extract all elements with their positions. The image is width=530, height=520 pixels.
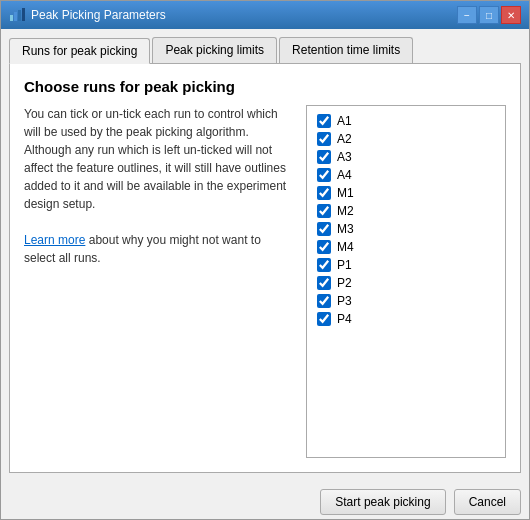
run-label-A1: A1 <box>337 114 352 128</box>
tab-runs[interactable]: Runs for peak picking <box>9 38 150 64</box>
title-bar: Peak Picking Parameters − □ ✕ <box>1 1 529 29</box>
tab-bar: Runs for peak picking Peak picking limit… <box>9 37 521 64</box>
run-checkbox-M4[interactable] <box>317 240 331 254</box>
section-title: Choose runs for peak picking <box>24 78 506 95</box>
cancel-button[interactable]: Cancel <box>454 489 521 515</box>
description-text1: You can tick or un-tick each run to cont… <box>24 107 286 211</box>
run-item: A1 <box>313 112 499 130</box>
run-item: M3 <box>313 220 499 238</box>
run-item: A2 <box>313 130 499 148</box>
run-item: P3 <box>313 292 499 310</box>
run-label-M2: M2 <box>337 204 354 218</box>
run-checkbox-P4[interactable] <box>317 312 331 326</box>
svg-rect-0 <box>10 15 13 21</box>
run-checkbox-M1[interactable] <box>317 186 331 200</box>
run-item: P2 <box>313 274 499 292</box>
run-item: A3 <box>313 148 499 166</box>
run-checkbox-P3[interactable] <box>317 294 331 308</box>
tab-peak-picking-limits[interactable]: Peak picking limits <box>152 37 277 63</box>
tab-content: Choose runs for peak picking You can tic… <box>9 64 521 473</box>
run-checkbox-A1[interactable] <box>317 114 331 128</box>
tab-retention-time-limits[interactable]: Retention time limits <box>279 37 413 63</box>
run-label-M4: M4 <box>337 240 354 254</box>
run-checkbox-P2[interactable] <box>317 276 331 290</box>
start-peak-picking-button[interactable]: Start peak picking <box>320 489 445 515</box>
run-item: A4 <box>313 166 499 184</box>
main-window: Peak Picking Parameters − □ ✕ Runs for p… <box>0 0 530 520</box>
close-button[interactable]: ✕ <box>501 6 521 24</box>
run-checkbox-A4[interactable] <box>317 168 331 182</box>
minimize-button[interactable]: − <box>457 6 477 24</box>
run-label-M1: M1 <box>337 186 354 200</box>
run-checkbox-P1[interactable] <box>317 258 331 272</box>
run-label-P2: P2 <box>337 276 352 290</box>
svg-rect-3 <box>22 8 25 21</box>
app-icon <box>9 7 25 23</box>
footer: Start peak picking Cancel <box>1 481 529 519</box>
main-area: You can tick or un-tick each run to cont… <box>24 105 506 458</box>
run-label-A2: A2 <box>337 132 352 146</box>
run-label-P3: P3 <box>337 294 352 308</box>
run-label-M3: M3 <box>337 222 354 236</box>
maximize-button[interactable]: □ <box>479 6 499 24</box>
description-area: You can tick or un-tick each run to cont… <box>24 105 292 458</box>
svg-rect-1 <box>14 12 17 21</box>
run-checkbox-M2[interactable] <box>317 204 331 218</box>
run-item: M2 <box>313 202 499 220</box>
run-checkbox-A2[interactable] <box>317 132 331 146</box>
run-label-P1: P1 <box>337 258 352 272</box>
title-bar-controls: − □ ✕ <box>457 6 521 24</box>
description-text: You can tick or un-tick each run to cont… <box>24 105 292 213</box>
run-item: P1 <box>313 256 499 274</box>
run-item: M4 <box>313 238 499 256</box>
run-item: P4 <box>313 310 499 328</box>
window-title: Peak Picking Parameters <box>31 8 166 22</box>
run-label-P4: P4 <box>337 312 352 326</box>
run-checkbox-M3[interactable] <box>317 222 331 236</box>
run-checkbox-A3[interactable] <box>317 150 331 164</box>
title-bar-left: Peak Picking Parameters <box>9 7 166 23</box>
run-label-A3: A3 <box>337 150 352 164</box>
runs-list-container: A1A2A3A4M1M2M3M4P1P2P3P4 <box>306 105 506 458</box>
run-item: M1 <box>313 184 499 202</box>
run-label-A4: A4 <box>337 168 352 182</box>
learn-more-link[interactable]: Learn more <box>24 233 85 247</box>
svg-rect-2 <box>18 10 21 21</box>
description-learn-more-paragraph: Learn more about why you might not want … <box>24 231 292 267</box>
content-area: Runs for peak picking Peak picking limit… <box>1 29 529 481</box>
